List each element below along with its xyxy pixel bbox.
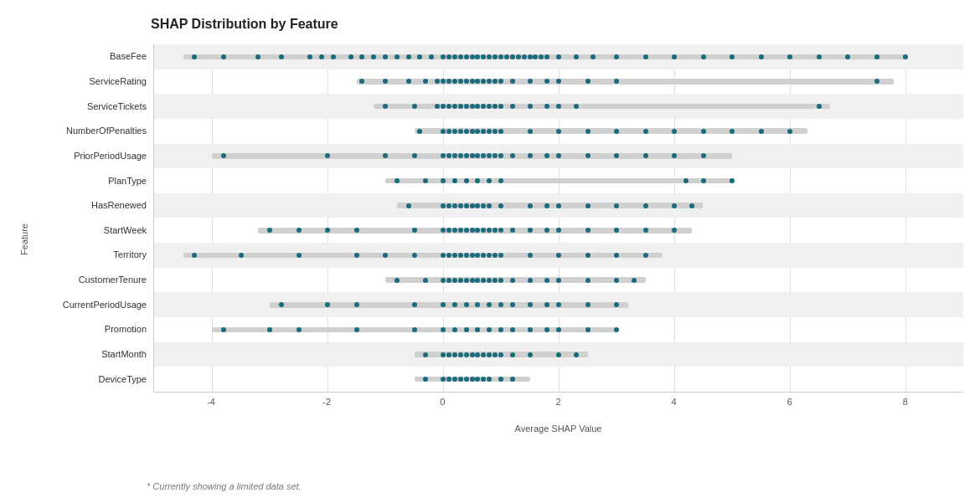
feature-label: PriorPeriodUsage: [32, 151, 153, 161]
shap-dot: [452, 104, 457, 109]
feature-label: CurrentPeriodUsage: [32, 300, 153, 310]
x-tick-label: -2: [322, 397, 331, 407]
shap-dot: [441, 352, 446, 357]
shap-dot: [446, 278, 451, 283]
shap-dot: [528, 302, 533, 307]
shap-dot: [487, 228, 492, 233]
x-axis: -4-202468: [153, 393, 963, 422]
shap-dot: [672, 54, 677, 59]
shap-dot: [458, 352, 463, 357]
shap-dot: [556, 302, 561, 307]
shap-dot: [614, 79, 619, 84]
shap-dot: [528, 54, 533, 59]
shap-dot: [458, 203, 463, 208]
shap-dot: [487, 203, 492, 208]
shap-dot: [348, 54, 353, 59]
plot-area-wrapper: -4-202468 Average SHAP Value: [153, 44, 963, 434]
shap-dot: [279, 302, 284, 307]
shap-dot: [556, 54, 561, 59]
shap-dot: [221, 327, 226, 332]
shap-dot: [406, 203, 411, 208]
shap-dot: [614, 278, 619, 283]
shap-dot: [371, 54, 376, 59]
shap-dot: [516, 54, 521, 59]
shap-dot: [493, 278, 498, 283]
shap-dot: [528, 79, 533, 84]
shap-dot: [544, 153, 549, 158]
shap-dot: [446, 253, 451, 258]
shap-dot: [446, 129, 451, 134]
shap-dot: [544, 327, 549, 332]
shap-dot: [464, 228, 469, 233]
shap-dot: [845, 54, 850, 59]
shap-dot: [481, 153, 486, 158]
shap-dot: [441, 228, 446, 233]
shap-dot: [412, 104, 417, 109]
shap-dot: [787, 129, 792, 134]
shap-dot: [446, 79, 451, 84]
shap-dot: [192, 54, 197, 59]
shap-dot: [475, 377, 480, 382]
shap-dot: [487, 278, 492, 283]
shap-dot: [481, 129, 486, 134]
chart-title: SHAP Distribution by Feature: [17, 17, 963, 32]
shap-dot: [475, 153, 480, 158]
shap-dot: [458, 153, 463, 158]
shap-dot: [498, 253, 503, 258]
shap-dot: [498, 153, 503, 158]
shap-dot: [544, 203, 549, 208]
shap-dot: [458, 228, 463, 233]
shap-dot: [464, 104, 469, 109]
shap-dot: [672, 129, 677, 134]
shap-dot: [423, 278, 428, 283]
shap-dot: [528, 203, 533, 208]
shap-dot: [464, 377, 469, 382]
shap-dot: [528, 153, 533, 158]
shap-dot: [643, 203, 648, 208]
shap-dot: [470, 228, 475, 233]
shap-dot: [498, 54, 503, 59]
shap-dot: [446, 104, 451, 109]
x-tick-label: 0: [440, 397, 445, 407]
shap-dot: [359, 54, 364, 59]
shap-dot: [475, 178, 480, 183]
shap-dot: [672, 203, 677, 208]
shap-dot: [452, 327, 457, 332]
shap-dot: [585, 203, 591, 208]
shap-dot: [510, 104, 515, 109]
x-tick-label: 2: [555, 397, 560, 407]
shap-dot: [464, 278, 469, 283]
shap-dot: [412, 253, 417, 258]
shap-dot: [452, 129, 457, 134]
footnote: * Currently showing a limited data set.: [147, 481, 302, 491]
shap-dot: [585, 79, 591, 84]
shap-dot: [417, 54, 422, 59]
shap-dot: [730, 129, 735, 134]
shap-dot: [475, 302, 480, 307]
shap-dot: [556, 203, 561, 208]
feature-label: BaseFee: [32, 52, 153, 61]
shap-dot: [441, 278, 446, 283]
shap-dot: [632, 278, 637, 283]
shap-dot: [487, 178, 492, 183]
shap-dot: [464, 352, 469, 357]
shap-dot: [475, 253, 480, 258]
x-tick-label: 6: [787, 397, 792, 407]
shap-dot: [683, 178, 689, 183]
shap-dot: [817, 104, 822, 109]
shap-dot: [446, 228, 451, 233]
shap-dot: [297, 327, 302, 332]
shap-dot: [493, 104, 498, 109]
chart-area: Feature BaseFeeServiceRatingServiceTicke…: [17, 44, 963, 434]
shap-dot: [192, 253, 197, 258]
shap-dot: [464, 302, 469, 307]
shap-dot: [441, 79, 446, 84]
shap-dot: [591, 54, 596, 59]
feature-label: Territory: [32, 250, 153, 259]
feature-band-bar: [270, 302, 628, 308]
shap-dot: [498, 228, 503, 233]
shap-dot: [383, 153, 388, 158]
shap-dot: [441, 203, 446, 208]
shap-dot: [487, 377, 492, 382]
shap-dot: [417, 129, 422, 134]
